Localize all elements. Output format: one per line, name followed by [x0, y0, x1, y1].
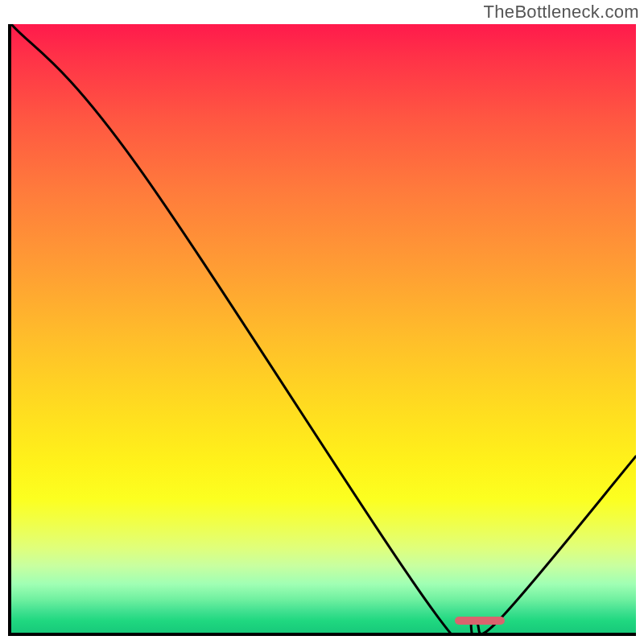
chart-container: TheBottleneck.com [0, 0, 644, 644]
plot-area [8, 24, 636, 636]
watermark-text: TheBottleneck.com [484, 2, 639, 23]
background-gradient [11, 24, 636, 633]
